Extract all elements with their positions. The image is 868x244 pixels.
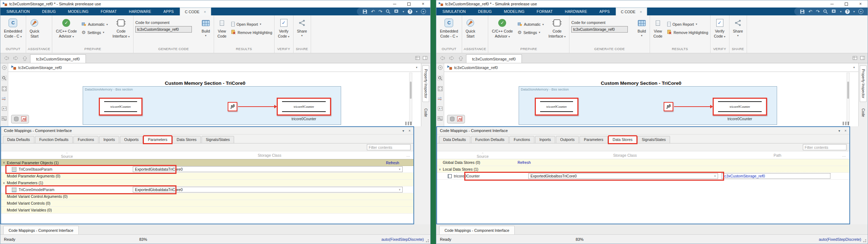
group-row-local-data-stores[interactable]: ∨ Local Data Stores (1): [437, 166, 849, 173]
step-signal-badge-icon[interactable]: [21, 116, 26, 122]
screenshot-dropdown-icon[interactable]: ▾: [403, 10, 404, 13]
signal-line[interactable]: [238, 106, 275, 107]
tab-simulation[interactable]: SIMULATION: [436, 8, 472, 15]
remove-highlighting-button[interactable]: Remove Highlighting: [231, 30, 272, 35]
breadcrumb[interactable]: tc3xCustomStorage_ref0 ▾: [8, 63, 421, 72]
column-storage-class[interactable]: Storage Class: [528, 153, 722, 157]
embedded-code-button[interactable]: C Embedded Code - C ▾: [438, 17, 460, 39]
open-report-button[interactable]: Open Report ▾: [231, 22, 272, 26]
search-icon[interactable]: [386, 9, 391, 14]
panel-collapse-icon[interactable]: ▾: [838, 129, 840, 133]
annotation-icon[interactable]: A: [438, 106, 443, 112]
tab-apps[interactable]: APPS: [157, 8, 180, 15]
help-dropdown-icon[interactable]: ▾: [853, 10, 855, 13]
window-resize-grip[interactable]: [865, 241, 866, 242]
canvas-vertical-scrollbar[interactable]: [409, 73, 412, 123]
data-store-write-block[interactable]: tricore0Counter: [713, 98, 767, 116]
tab-debug[interactable]: DEBUG: [36, 8, 62, 15]
code-mappings-bottom-tab[interactable]: Code Mappings - Component Interface: [439, 226, 515, 234]
close-tab-icon[interactable]: ×: [640, 10, 642, 14]
breadcrumb-dropdown-icon[interactable]: ▾: [416, 66, 421, 69]
hide-browser-icon[interactable]: [2, 65, 7, 71]
counter-source-block[interactable]: [664, 102, 673, 111]
ptab-signals-states[interactable]: Signals/States: [202, 136, 234, 143]
group-row-model-variant-controls[interactable]: Model Variant Controls (0): [1, 200, 413, 207]
tab-c-code[interactable]: C CODE ×: [180, 8, 211, 15]
tab-apps[interactable]: APPS: [593, 8, 616, 15]
ptab-function-defaults[interactable]: Function Defaults: [35, 136, 73, 143]
undo-icon[interactable]: ↶: [808, 9, 812, 14]
screenshot-icon[interactable]: [831, 9, 837, 14]
automatic-button[interactable]: Automatic ▾: [518, 22, 544, 27]
up-icon[interactable]: [457, 53, 465, 63]
signal-line[interactable]: [674, 106, 711, 107]
annotation-icon[interactable]: A: [2, 106, 7, 112]
forward-icon[interactable]: [12, 53, 20, 63]
tab-debug[interactable]: DEBUG: [472, 8, 498, 15]
model-tab[interactable]: tc3xCustomStorage_ref0: [466, 54, 522, 63]
column-storage-class[interactable]: Storage Class: [133, 153, 406, 157]
breadcrumb-model-name[interactable]: tc3xCustomStorage_ref0: [454, 65, 498, 70]
model-tab[interactable]: tc3xCustomStorage_ref0: [30, 54, 86, 63]
refresh-link[interactable]: Refresh: [386, 161, 399, 165]
ptab-outports[interactable]: Outports: [120, 136, 143, 143]
view-code-button[interactable]: View Code: [652, 17, 664, 39]
tab-simulation[interactable]: SIMULATION: [0, 8, 36, 15]
panel-close-icon[interactable]: ×: [844, 129, 847, 133]
help-icon[interactable]: ?: [408, 9, 412, 14]
scope-wave-icon[interactable]: [1, 116, 7, 121]
model-canvas[interactable]: Custom Memory Section - TriCore0 DataSto…: [8, 72, 421, 126]
tab-code[interactable]: Code: [860, 105, 867, 121]
ptab-data-defaults[interactable]: Data Defaults: [439, 136, 470, 143]
table-row-tricore0modelparam[interactable]: TriCore0modelParam ExportedGlobaldataTri…: [1, 186, 413, 193]
data-store-badge-icon[interactable]: [450, 116, 455, 122]
canvas-resize-grip[interactable]: [843, 122, 844, 125]
search-icon[interactable]: [823, 9, 828, 14]
panel-collapse-icon[interactable]: ▾: [402, 129, 404, 133]
code-advisor-button[interactable]: ✓ C/C++ Code Advisor ▾: [490, 17, 514, 39]
code-interface-button[interactable]: Code Interface ▾: [547, 17, 567, 39]
minimize-toolstrip-icon[interactable]: ▾: [858, 9, 863, 14]
tab-format[interactable]: FORMAT: [530, 8, 559, 15]
path-link[interactable]: tc3xCustomStorage_ref0: [722, 173, 830, 179]
remove-highlighting-button[interactable]: Remove Highlighting: [667, 30, 708, 35]
signal-lines-icon[interactable]: [1, 97, 7, 102]
save-icon[interactable]: [363, 9, 367, 14]
redo-icon[interactable]: ↷: [378, 9, 382, 14]
embedded-code-button[interactable]: C Embedded Code - C ▾: [2, 17, 24, 39]
back-icon[interactable]: [3, 53, 10, 63]
quick-start-button[interactable]: Quick Start: [464, 17, 477, 39]
tab-modeling[interactable]: MODELING: [62, 8, 95, 15]
storage-class-combo[interactable]: ExportedGlobalbssTriCore0∨: [528, 173, 718, 179]
share-button[interactable]: Share ▾: [295, 17, 309, 38]
table-row-tricore0baseparam[interactable]: TriCore0baseParam ExportedGlobaldataTriC…: [1, 166, 413, 173]
close-tab-icon[interactable]: ×: [204, 10, 206, 14]
table-row-tricore0counter[interactable]: tricore0Counter ExportedGlobalbssTriCore…: [437, 173, 849, 180]
ptab-signals-states[interactable]: Signals/States: [637, 136, 670, 143]
verify-code-button[interactable]: ✓ Verify Code ▾: [276, 17, 291, 39]
component-field[interactable]: [135, 26, 192, 33]
tab-c-code[interactable]: C CODE ×: [616, 8, 647, 15]
group-row-model-parameter-arguments[interactable]: Model Parameter Arguments (0): [1, 173, 413, 180]
panel-close-icon[interactable]: ×: [408, 129, 411, 133]
window-resize-grip[interactable]: [428, 241, 429, 242]
counter-source-block[interactable]: [228, 102, 237, 111]
zoom-region-icon[interactable]: [1, 75, 7, 82]
minimize-toolstrip-icon[interactable]: ▾: [421, 9, 426, 14]
scope-wave-icon[interactable]: [437, 116, 443, 121]
tab-code[interactable]: Code: [422, 105, 429, 121]
build-button[interactable]: Build ▾: [200, 17, 212, 38]
share-button[interactable]: Share ▾: [731, 17, 745, 38]
column-path[interactable]: Path: [722, 153, 833, 157]
tab-format[interactable]: FORMAT: [94, 8, 123, 15]
tab-property-inspector[interactable]: Property Inspector: [860, 65, 867, 102]
panel-grid-icon[interactable]: [415, 56, 420, 61]
refresh-link[interactable]: Refresh: [518, 160, 531, 165]
hide-browser-icon[interactable]: [438, 65, 443, 71]
column-source[interactable]: ^Source: [1, 152, 133, 158]
ptab-data-stores[interactable]: Data Stores: [173, 136, 201, 143]
settings-button[interactable]: ⚙ Settings ▾: [82, 30, 108, 35]
canvas-resize-grip[interactable]: [405, 122, 407, 125]
ptab-functions[interactable]: Functions: [509, 136, 534, 143]
maximize-button[interactable]: [839, 0, 853, 8]
